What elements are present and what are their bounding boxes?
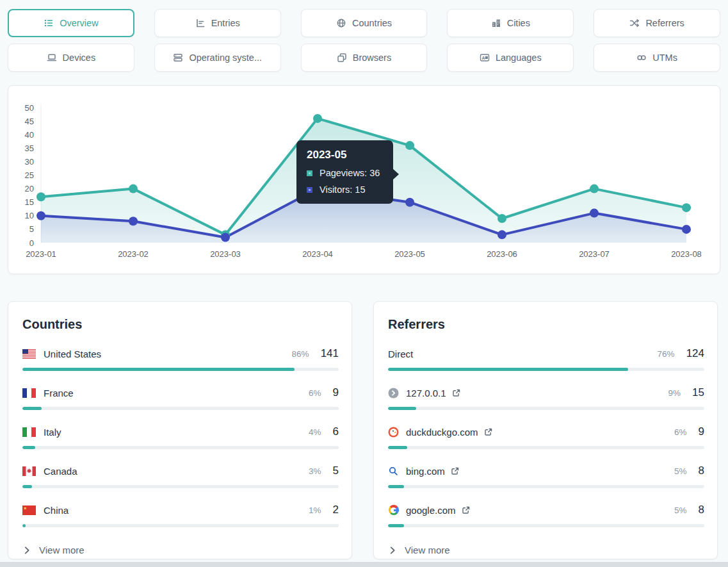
chevron-right-icon [24, 546, 31, 554]
svg-text:35: 35 [25, 144, 34, 153]
progress-track [22, 524, 339, 527]
progress-track [388, 407, 704, 410]
flag-italy-icon [22, 427, 36, 437]
count-value: 9 [699, 425, 704, 438]
tab-label: Entries [211, 18, 240, 28]
progress-track [22, 407, 339, 410]
svg-text:15: 15 [25, 197, 34, 207]
external-link-icon[interactable] [484, 428, 492, 436]
referrer-row-direct[interactable]: Direct 76% 124 [388, 346, 704, 371]
count-value: 124 [686, 347, 704, 360]
country-row-china[interactable]: China 1% 2 [22, 502, 339, 527]
referrer-name[interactable]: 127.0.0.1 [406, 388, 446, 399]
progress-fill [22, 407, 42, 410]
duckduckgo-favicon-icon [388, 427, 399, 438]
referrer-row-localhost[interactable]: 127.0.0.1 9% 15 [388, 385, 704, 410]
referrer-row-bing[interactable]: bing.com 5% 8 [388, 463, 704, 488]
referrer-name[interactable]: bing.com [406, 466, 445, 477]
tab-label: Devices [63, 53, 96, 63]
tab-entries[interactable]: Entries [154, 9, 281, 37]
chart-tooltip: 2023-05 Pageviews: 36 Visitors: 15 [296, 140, 393, 204]
count-value: 6 [333, 425, 339, 438]
pageviews-legend-swatch-icon [307, 170, 312, 176]
svg-text:2023-06: 2023-06 [487, 249, 517, 259]
bar-chart-icon [195, 18, 206, 28]
svg-text:A: A [482, 56, 485, 60]
shuffle-icon [629, 18, 640, 28]
svg-text:40: 40 [25, 130, 34, 140]
svg-text:2023-05: 2023-05 [394, 249, 425, 259]
referrers-view-more-button[interactable]: View more [389, 545, 704, 555]
svg-text:5: 5 [29, 224, 34, 234]
external-link-icon[interactable] [462, 506, 470, 514]
tab-languages[interactable]: A Languages [447, 44, 574, 72]
referrer-row-google[interactable]: google.com 5% 8 [388, 502, 704, 527]
percent-value: 6% [674, 427, 687, 437]
section-tabs: Overview Entries Countries Cities Referr… [8, 9, 720, 72]
tab-label: UTMs [652, 53, 677, 63]
tooltip-visitors-value: Visitors: 15 [320, 185, 365, 195]
country-row-united-states[interactable]: United States 86% 141 [22, 346, 339, 371]
tab-label: Browsers [353, 53, 391, 63]
flag-china-icon [22, 505, 36, 515]
browsers-icon [337, 53, 347, 63]
tab-label: Overview [60, 18, 98, 28]
country-name: United States [44, 349, 101, 359]
tab-operating-systems[interactable]: Operating syste... [154, 44, 281, 72]
percent-value: 3% [309, 466, 321, 476]
referrer-name[interactable]: google.com [406, 505, 456, 516]
referrer-row-duckduckgo[interactable]: duckduckgo.com 6% 9 [388, 424, 704, 449]
link-icon [636, 53, 647, 63]
flag-canada-icon [22, 466, 36, 476]
tab-cities[interactable]: Cities [447, 9, 574, 37]
count-value: 5 [333, 464, 339, 477]
country-row-france[interactable]: France 6% 9 [22, 385, 339, 410]
count-value: 15 [692, 386, 704, 399]
svg-text:2023-07: 2023-07 [579, 249, 610, 259]
progress-fill [22, 446, 35, 449]
google-favicon-icon [388, 505, 399, 516]
countries-card: Countries United States 86% 141 France 6… [8, 301, 352, 559]
countries-card-title: Countries [22, 317, 339, 332]
progress-fill [22, 485, 32, 488]
tooltip-title: 2023-05 [307, 149, 383, 161]
tab-label: Countries [352, 18, 392, 28]
progress-fill [388, 446, 407, 449]
country-row-italy[interactable]: Italy 4% 6 [22, 424, 339, 449]
country-name: Italy [44, 427, 61, 438]
referrer-name[interactable]: duckduckgo.com [406, 427, 478, 438]
percent-value: 5% [674, 505, 687, 515]
tab-label: Languages [496, 53, 542, 63]
referrer-name: Direct [388, 349, 413, 359]
referrers-card: Referrers Direct 76% 124 127.0.0.1 9% 15 [373, 301, 718, 559]
tab-overview[interactable]: Overview [8, 9, 134, 37]
tab-countries[interactable]: Countries [301, 9, 428, 37]
svg-text:10: 10 [25, 211, 34, 220]
progress-fill [388, 524, 404, 527]
tab-browsers[interactable]: Browsers [301, 44, 428, 72]
count-value: 2 [333, 504, 339, 516]
tab-referrers[interactable]: Referrers [594, 9, 720, 37]
default-favicon-icon [388, 388, 399, 399]
progress-track [388, 446, 704, 449]
count-value: 8 [699, 504, 704, 516]
svg-text:25: 25 [25, 170, 34, 180]
city-icon [491, 18, 501, 28]
country-name: France [44, 388, 74, 399]
country-row-canada[interactable]: Canada 3% 5 [22, 463, 339, 488]
tab-utms[interactable]: UTMs [594, 44, 720, 72]
progress-track [22, 446, 339, 449]
tab-label: Referrers [645, 18, 684, 28]
tab-devices[interactable]: Devices [8, 44, 134, 72]
bing-favicon-icon [388, 466, 399, 477]
tooltip-row-pageviews: Pageviews: 36 [307, 168, 383, 178]
external-link-icon[interactable] [451, 467, 459, 475]
tooltip-row-visitors: Visitors: 15 [307, 185, 383, 195]
view-more-label: View more [39, 545, 85, 555]
external-link-icon[interactable] [452, 389, 460, 397]
svg-text:20: 20 [25, 184, 34, 193]
countries-view-more-button[interactable]: View more [24, 545, 339, 555]
count-value: 8 [699, 464, 704, 477]
svg-text:50: 50 [25, 103, 34, 113]
svg-text:2023-08: 2023-08 [671, 249, 702, 259]
